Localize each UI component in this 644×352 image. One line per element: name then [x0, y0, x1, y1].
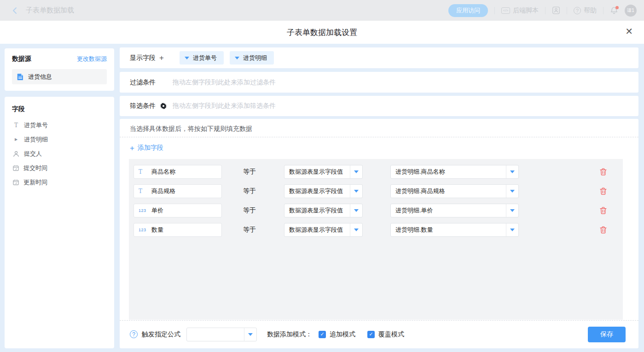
avatar[interactable]: 谭1 — [625, 5, 637, 17]
help-button[interactable]: ? 帮助 — [574, 6, 597, 15]
chevron-down-icon — [354, 170, 359, 173]
add-mapping-field-button[interactable]: + 添加字段 — [130, 144, 163, 152]
person-icon — [13, 151, 19, 157]
change-datasource-link[interactable]: 更改数据源 — [77, 55, 107, 63]
source-type-dropdown[interactable]: 数据源表显示字段值 — [284, 165, 363, 179]
field-item-submitter[interactable]: 提交人 — [12, 147, 107, 161]
code-icon: </> — [501, 7, 510, 14]
screening-dropzone-placeholder: 拖动左侧字段到此处来添加筛选条件 — [173, 102, 276, 110]
data-add-mode-label: 数据添加模式： — [267, 330, 312, 339]
trash-icon — [600, 188, 607, 195]
form-file-icon — [17, 73, 24, 81]
source-type-dropdown[interactable]: 数据源表显示字段值 — [284, 184, 363, 198]
divider — [567, 7, 567, 14]
calendar-icon — [13, 179, 19, 185]
mapping-row: 123 数量 等于 数据源表显示字段值 进货明细.数量 — [129, 223, 623, 237]
mapping-row: T 商品名称 等于 数据源表显示字段值 进货明细.商品名称 — [129, 165, 623, 179]
mapping-rows-area: T 商品名称 等于 数据源表显示字段值 进货明细.商品名称 T 商品规格 — [129, 159, 623, 320]
source-type-dropdown[interactable]: 数据源表显示字段值 — [284, 223, 363, 237]
target-field-select[interactable]: 123 单价 — [133, 204, 222, 217]
target-field-select[interactable]: 123 数量 — [133, 223, 222, 237]
topbar: 子表单数据加载 应用访问 </> 后端脚本 ? 帮助 谭1 — [0, 0, 644, 21]
text-field-icon: T — [13, 122, 19, 129]
modal-title: 子表单数据加载设置 — [287, 27, 357, 38]
notifications-button[interactable] — [610, 6, 618, 15]
screening-condition-label: 筛选条件 — [130, 102, 156, 110]
contacts-button[interactable] — [552, 6, 560, 14]
page-title: 子表单数据加载 — [26, 6, 74, 15]
fields-title: 字段 — [12, 105, 107, 113]
fields-panel: 字段 T 进货单号 ▶ 进货明细 提交人 提交时间 更新时间 — [5, 97, 114, 348]
display-fields-label: 显示字段 — [130, 54, 156, 62]
gear-icon[interactable] — [160, 103, 167, 109]
chevron-down-icon — [185, 57, 189, 59]
equals-operator: 等于 — [243, 168, 256, 176]
question-icon: ? — [574, 7, 581, 14]
datasource-title: 数据源 — [12, 55, 31, 63]
number-field-icon: 123 — [139, 208, 147, 213]
delete-row-button[interactable] — [600, 226, 607, 235]
source-field-dropdown[interactable]: 进货明细.数量 — [390, 223, 519, 237]
equals-operator: 等于 — [243, 226, 256, 234]
source-field-dropdown[interactable]: 进货明细.商品名称 — [390, 165, 519, 179]
modal-header: 子表单数据加载设置 ✕ — [0, 21, 644, 44]
trigger-formula-select[interactable] — [186, 328, 257, 341]
checkbox-checked-icon: ✓ — [319, 331, 326, 338]
source-field-dropdown[interactable]: 进货明细.商品规格 — [390, 184, 519, 198]
target-field-select[interactable]: T 商品名称 — [133, 165, 222, 179]
divider — [120, 137, 638, 137]
chevron-down-icon — [354, 229, 359, 231]
delete-row-button[interactable] — [600, 207, 607, 216]
chevron-down-icon — [354, 190, 359, 193]
plus-icon: + — [130, 144, 134, 152]
display-field-chip[interactable]: 进货单号 — [180, 51, 224, 65]
subform-expand-icon: ▶ — [13, 137, 19, 141]
append-mode-checkbox[interactable]: ✓ 追加模式 — [319, 330, 355, 339]
source-field-dropdown[interactable]: 进货明细.单价 — [390, 204, 519, 217]
field-item-text[interactable]: T 进货单号 — [12, 118, 107, 132]
number-field-icon: 123 — [139, 228, 147, 232]
close-icon[interactable]: ✕ — [625, 27, 633, 36]
filter-condition-row: 过滤条件 拖动左侧字段到此处来添加过滤条件 — [120, 72, 638, 93]
field-item-update-time[interactable]: 更新时间 — [12, 175, 107, 189]
help-tooltip-icon[interactable]: ? — [130, 330, 138, 338]
back-chevron-icon — [11, 6, 19, 15]
divider — [603, 7, 603, 14]
trash-icon — [600, 226, 607, 234]
mapping-row: 123 单价 等于 数据源表显示字段值 进货明细.单价 — [129, 204, 623, 217]
trigger-formula-label: 触发指定公式 — [142, 330, 180, 339]
app-access-button[interactable]: 应用访问 — [448, 4, 488, 17]
chevron-down-icon — [510, 229, 515, 231]
delete-row-button[interactable] — [600, 188, 607, 197]
chevron-down-icon — [510, 190, 515, 193]
filter-condition-label: 过滤条件 — [130, 78, 156, 87]
notification-badge — [615, 6, 619, 9]
save-button[interactable]: 保存 — [588, 327, 626, 342]
divider — [494, 7, 495, 14]
divider — [545, 7, 545, 14]
display-field-chip[interactable]: 进货明细 — [230, 51, 274, 65]
chevron-down-icon — [248, 333, 253, 336]
checkbox-checked-icon: ✓ — [367, 331, 375, 338]
datasource-panel: 数据源 更改数据源 进货信息 — [5, 48, 114, 91]
text-field-icon: T — [139, 169, 147, 175]
back-button[interactable] — [11, 6, 19, 15]
screening-condition-row: 筛选条件 拖动左侧字段到此处来添加筛选条件 — [120, 96, 638, 116]
delete-row-button[interactable] — [600, 168, 607, 177]
chevron-down-icon — [510, 170, 515, 173]
chevron-down-icon — [235, 57, 239, 59]
chevron-down-icon — [510, 209, 515, 212]
trash-icon — [600, 168, 607, 176]
source-type-dropdown[interactable]: 数据源表显示字段值 — [284, 204, 363, 217]
target-field-select[interactable]: T 商品规格 — [133, 184, 222, 198]
field-item-subform[interactable]: ▶ 进货明细 — [12, 132, 107, 147]
backend-script-button[interactable]: </> 后端脚本 — [501, 6, 539, 15]
field-item-submit-time[interactable]: 提交时间 — [12, 161, 107, 175]
chevron-down-icon — [354, 209, 359, 212]
datasource-item[interactable]: 进货信息 — [12, 69, 107, 84]
overwrite-mode-checkbox[interactable]: ✓ 覆盖模式 — [367, 330, 404, 339]
contact-card-icon — [552, 6, 560, 14]
filter-dropzone-placeholder: 拖动左侧字段到此处来添加过滤条件 — [173, 78, 276, 87]
add-display-field-button[interactable]: + — [159, 54, 164, 62]
display-fields-row: 显示字段 + 进货单号 进货明细 — [120, 47, 638, 68]
